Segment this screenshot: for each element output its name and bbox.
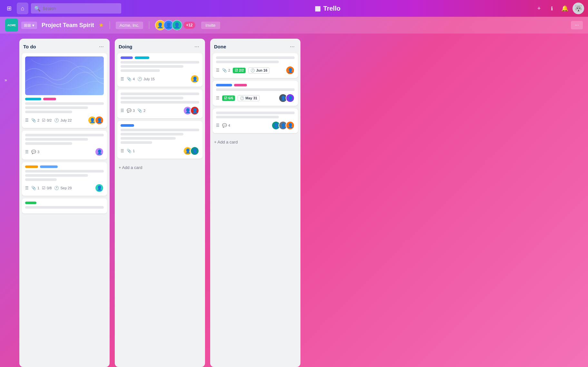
card-meta-attach: 📎 1 [127, 149, 135, 153]
user-avatar[interactable]: 🐺 [573, 3, 584, 14]
add-card-done[interactable]: + Add a card [213, 137, 298, 147]
list-menu-doing[interactable]: ··· [192, 43, 201, 51]
card-avatar-2: 👤 [286, 94, 295, 103]
cover-decoration [25, 56, 104, 93]
card-text-3 [121, 137, 176, 140]
card-meta-check: ☑ 0/2 [42, 118, 52, 123]
card-footer: ☰ 📎 2 ☑ 2/2 🕐 Jun 16 [216, 66, 295, 75]
card-meta-desc: ☰ [121, 77, 124, 81]
tag-blue [121, 124, 134, 127]
table-row[interactable]: ☰ 💬 3 📎 2 👤 👤 [117, 89, 202, 118]
list-done: Done ··· ☰ 📎 2 [210, 39, 300, 367]
checklist-icon: ☑ [42, 118, 45, 123]
attachment-icon: 📎 [222, 68, 227, 73]
table-row[interactable]: ☰ 📎 2 ☑ 2/2 🕐 Jun 16 [213, 53, 298, 78]
table-row[interactable]: ☰ 💬 4 👤 👤 👤 [213, 108, 298, 133]
card-text-3 [25, 178, 57, 181]
card-footer: ☰ 📎 4 🕐 July 15 👤 [121, 74, 199, 84]
workspace-badge[interactable]: ACME [5, 19, 18, 32]
table-row[interactable]: ☰ 📎 1 👤 👤 [117, 121, 202, 159]
attachment-count: 2 [228, 68, 230, 72]
sidebar-toggle[interactable]: » [3, 75, 9, 84]
card-footer: ☰ ☑ 6/6 🕐 May 31 👤 👤 [216, 94, 295, 103]
card-footer: ☰ 💬 4 👤 👤 👤 [216, 121, 295, 130]
star-button[interactable]: ★ [99, 22, 104, 29]
board-dropdown[interactable]: ⊞⊞ ▾ [21, 22, 37, 29]
list-menu-done[interactable]: ··· [288, 43, 297, 51]
grid-icon[interactable]: ⊞ [4, 3, 14, 14]
member-count-badge[interactable]: +12 [183, 22, 195, 29]
card-text-3 [121, 69, 160, 72]
nav-right-actions: + ℹ 🔔 🐺 [534, 3, 584, 14]
comment-count: 3 [133, 109, 135, 113]
card-footer: ☰ 💬 3 👤 [25, 147, 104, 156]
card-avatars: 👤 [286, 66, 295, 75]
list-header-todo: To do ··· [22, 43, 107, 53]
comment-icon: 💬 [31, 150, 36, 154]
card-text-1 [25, 134, 104, 136]
table-row[interactable] [22, 198, 107, 213]
description-icon: ☰ [121, 77, 124, 81]
search-icon: 🔍 [34, 5, 41, 12]
member-avatar-3[interactable]: 👤 [172, 20, 182, 30]
card-text-1 [216, 88, 295, 91]
table-row[interactable]: ☰ 📎 4 🕐 July 15 👤 [117, 53, 202, 87]
card-text-2 [25, 138, 88, 141]
divider [110, 21, 110, 29]
card-avatar-2: 👤 [190, 106, 199, 115]
attachment-count: 4 [133, 77, 135, 81]
card-text-2 [216, 61, 279, 63]
date-badge: 🕐 May 31 [238, 95, 260, 101]
more-options-button[interactable]: ··· [571, 21, 583, 29]
date-badge: 🕐 Jun 16 [248, 67, 270, 74]
workspace-name-button[interactable]: Acme, Inc. [116, 22, 143, 29]
comment-count: 3 [37, 150, 39, 154]
cards-todo: ☰ 📎 2 ☑ 0/2 🕐 July 22 [22, 53, 107, 363]
search-input[interactable] [43, 6, 118, 11]
badge-label: 6/6 [228, 96, 233, 100]
add-button[interactable]: + [534, 3, 544, 14]
card-meta-attach: 📎 1 [31, 186, 39, 190]
card-avatars: 👤 [95, 184, 104, 193]
tag-pink [234, 84, 247, 86]
clock-icon2: 🕐 [240, 96, 244, 100]
card-meta-desc: ☰ [25, 150, 29, 154]
card-meta-desc: ☰ [25, 186, 29, 190]
search-bar[interactable]: 🔍 [31, 3, 121, 14]
description-icon: ☰ [25, 150, 29, 154]
board-type-icon: ⊞⊞ [24, 23, 31, 28]
attachment-icon: 📎 [127, 77, 132, 81]
list-menu-todo[interactable]: ··· [97, 43, 106, 51]
divider2 [149, 21, 149, 29]
table-row[interactable]: ☰ 📎 2 ☑ 0/2 🕐 July 22 [22, 53, 107, 128]
checklist-count: 0/8 [47, 186, 52, 190]
card-date: Sep 29 [60, 186, 72, 190]
card-text-2 [121, 65, 183, 68]
list-title-doing: Doing [119, 44, 132, 49]
info-button[interactable]: ℹ [547, 3, 557, 14]
table-row[interactable]: ☰ 📎 1 ☑ 0/8 🕐 Sep 29 [22, 162, 107, 196]
checklist-icon: ☑ [42, 186, 45, 190]
card-meta-desc: ☰ [121, 108, 124, 113]
card-avatars: 👤 👤 [88, 116, 104, 125]
attachment-icon: 📎 [137, 108, 142, 113]
table-row[interactable]: ☰ 💬 3 👤 [22, 131, 107, 160]
card-meta-attach: 📎 4 [127, 77, 135, 81]
description-icon: ☰ [25, 118, 29, 123]
list-title-done: Done [214, 44, 226, 49]
card-text-1 [121, 93, 199, 95]
home-button[interactable]: ⌂ [17, 3, 28, 14]
card-meta-attach: 📎 2 [137, 108, 145, 113]
card-meta-comment: 💬 3 [127, 108, 135, 113]
app-name: Trello [323, 5, 340, 12]
card-tags [121, 56, 199, 59]
add-card-doing[interactable]: + Add a card [117, 163, 202, 173]
card-footer: ☰ 📎 1 👤 👤 [121, 146, 199, 155]
check-icon: ☑ [224, 96, 227, 100]
description-icon: ☰ [216, 96, 220, 100]
invite-button[interactable]: Invite [201, 22, 220, 29]
checklist-badge: ☑ 6/6 [222, 95, 235, 101]
table-row[interactable]: ☰ ☑ 6/6 🕐 May 31 👤 👤 [213, 81, 298, 106]
card-avatars: 👤 👤 [279, 94, 295, 103]
notification-button[interactable]: 🔔 [560, 3, 570, 14]
